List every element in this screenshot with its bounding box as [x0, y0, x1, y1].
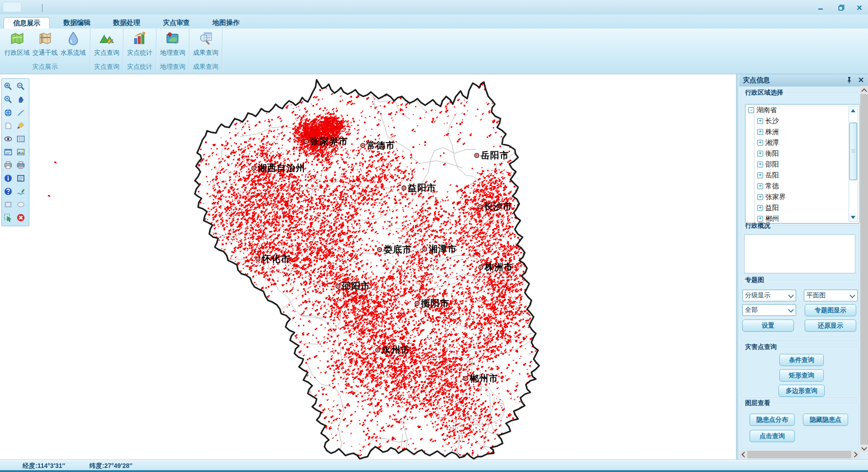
灾点统计-button[interactable]: 灾点统计	[126, 30, 154, 57]
window-title-bar	[0, 0, 868, 15]
expand-icon[interactable]: +	[757, 140, 763, 146]
expand-icon[interactable]: +	[757, 172, 763, 178]
close-icon[interactable]	[853, 4, 866, 12]
all-select[interactable]: 全部	[742, 304, 796, 316]
水系流域-button[interactable]: 水系流域	[59, 30, 87, 57]
restore-display-button[interactable]: 还原显示	[805, 319, 856, 332]
thematic-show-button[interactable]: 专题图显示	[805, 304, 856, 316]
settings-button[interactable]: 设置	[742, 319, 794, 332]
image-icon[interactable]	[15, 147, 26, 157]
scroll-right-icon[interactable]	[851, 451, 859, 458]
eye-icon[interactable]	[3, 133, 14, 144]
expand-icon[interactable]: +	[757, 183, 763, 189]
click-query-button[interactable]: 点击查询	[750, 430, 795, 442]
expand-icon[interactable]: +	[757, 194, 763, 200]
legend-window-icon[interactable]	[3, 147, 14, 157]
ribbon-button-label: 水系流域	[59, 49, 87, 57]
quick-access-toolbar[interactable]	[3, 2, 22, 12]
tree-node-常德[interactable]: +常德	[755, 181, 859, 191]
globe-icon[interactable]	[3, 107, 14, 118]
overview-textarea[interactable]	[744, 234, 855, 273]
scroll-down-icon[interactable]	[849, 213, 857, 221]
行政区域-button[interactable]: 行政区域	[3, 30, 31, 57]
tab-1[interactable]: 信息展示	[4, 17, 50, 30]
expand-icon[interactable]: +	[757, 118, 763, 124]
draw-line-icon[interactable]	[15, 107, 26, 118]
ribbon-group-2: 灾点查询灾点查询	[90, 29, 123, 72]
ellipse-select-icon[interactable]	[15, 199, 26, 210]
panel-close-icon[interactable]	[858, 76, 864, 85]
ribbon-button-label: 灾点查询	[93, 49, 121, 57]
zoom-in-icon[interactable]	[3, 81, 14, 92]
condition-query-button[interactable]: 条件查询	[779, 354, 824, 366]
tab-3[interactable]: 数据处理	[104, 17, 149, 29]
成果查询-button[interactable]: 成果查询	[192, 30, 220, 57]
restore-icon[interactable]	[835, 4, 848, 12]
layer-view-group: 图层查看 隐患点分布 隐藏隐患点 点击查询	[741, 399, 859, 448]
scroll-up-icon[interactable]	[849, 106, 857, 114]
ribbon-button-label: 地理查询	[159, 49, 187, 57]
tab-strip: 信息展示数据编辑数据处理灾点审查地图操作	[0, 14, 868, 29]
grade-display-select[interactable]: 分级显示	[742, 290, 796, 301]
tree-node-株洲[interactable]: +株洲	[755, 126, 859, 137]
tree-node-长沙[interactable]: +长沙	[755, 115, 859, 126]
tree-node-邵阳[interactable]: +邵阳	[755, 159, 859, 170]
zoom-out-icon[interactable]	[15, 81, 26, 92]
hide-hazard-button[interactable]: 隐藏隐患点	[803, 414, 848, 426]
tree-scrollbar[interactable]	[849, 106, 858, 222]
panel-vertical-scrollbar[interactable]	[860, 86, 868, 453]
thematic-label: 专题图	[743, 276, 766, 284]
ribbon-group-1: 行政区域交通干线水系流域灾点展示	[0, 29, 90, 72]
expand-icon[interactable]: +	[757, 216, 763, 222]
brush-icon[interactable]	[15, 120, 26, 131]
scroll-left-icon[interactable]	[739, 451, 747, 458]
tree-node-张家界[interactable]: +张家界	[755, 191, 859, 202]
expand-icon[interactable]: +	[757, 151, 763, 157]
pan-hand-icon[interactable]	[15, 94, 26, 105]
polygon-query-button[interactable]: 多边形查询	[778, 385, 825, 397]
tab-5[interactable]: 地图操作	[203, 17, 249, 29]
expand-icon[interactable]: +	[757, 129, 763, 135]
expand-icon[interactable]: +	[757, 162, 763, 167]
table-grid-icon[interactable]	[15, 133, 26, 144]
scroll-up-icon[interactable]	[860, 86, 868, 94]
info-icon[interactable]	[3, 173, 14, 184]
zoom-extent-icon[interactable]	[3, 94, 14, 105]
scroll-down-icon[interactable]	[860, 444, 868, 453]
polygon-page-icon[interactable]	[3, 120, 14, 131]
tree-node-湘潭[interactable]: +湘潭	[755, 137, 859, 148]
panel-horizontal-scrollbar[interactable]	[739, 451, 859, 458]
rectangle-query-button[interactable]: 矩形查询	[779, 369, 824, 381]
collapse-icon[interactable]: -	[748, 107, 754, 113]
pointer-select-icon[interactable]	[3, 212, 14, 223]
print-color-icon[interactable]	[15, 160, 26, 171]
tree-node-岳阳[interactable]: +岳阳	[755, 170, 859, 181]
ribbon-group-caption: 地理查询	[156, 63, 189, 71]
plane-map-select[interactable]: 平面图	[804, 290, 858, 301]
rect-select-icon[interactable]	[3, 199, 14, 210]
help-icon[interactable]	[3, 186, 14, 197]
region-map-icon	[9, 31, 25, 46]
expand-icon[interactable]: +	[757, 205, 763, 211]
ribbon-group-caption: 成果查询	[189, 63, 222, 71]
hazard-distribution-button[interactable]: 隐患点分布	[750, 414, 795, 426]
tree-node-益阳[interactable]: +益阳	[755, 202, 859, 213]
minimize-icon[interactable]	[814, 4, 827, 12]
tree-node-root[interactable]: -湖南省	[745, 105, 859, 115]
disaster-query-label: 灾害点查询	[743, 343, 778, 351]
panel-window-icon[interactable]	[15, 173, 26, 184]
measure-pen-icon[interactable]	[15, 186, 26, 197]
map-viewport[interactable]: 张家界市常德市岳阳市湘西自治州益阳市长沙市娄底市湘潭市株洲市怀化市邵阳市衡阳市永…	[0, 74, 736, 460]
chevron-down-icon	[849, 292, 855, 298]
tab-2[interactable]: 数据编辑	[54, 17, 99, 29]
地理查询-button[interactable]: 地理查询	[159, 30, 187, 57]
tree-scroll-thumb[interactable]	[849, 123, 857, 180]
灾点查询-button[interactable]: 灾点查询	[93, 30, 121, 57]
tree-node-衡阳[interactable]: +衡阳	[755, 148, 859, 159]
printer-icon[interactable]	[3, 160, 14, 171]
delete-x-icon[interactable]	[15, 212, 26, 223]
map-canvas[interactable]	[0, 74, 736, 460]
pin-icon[interactable]	[846, 76, 852, 85]
tab-4[interactable]: 灾点审查	[154, 17, 199, 29]
交通干线-button[interactable]: 交通干线	[31, 30, 59, 57]
